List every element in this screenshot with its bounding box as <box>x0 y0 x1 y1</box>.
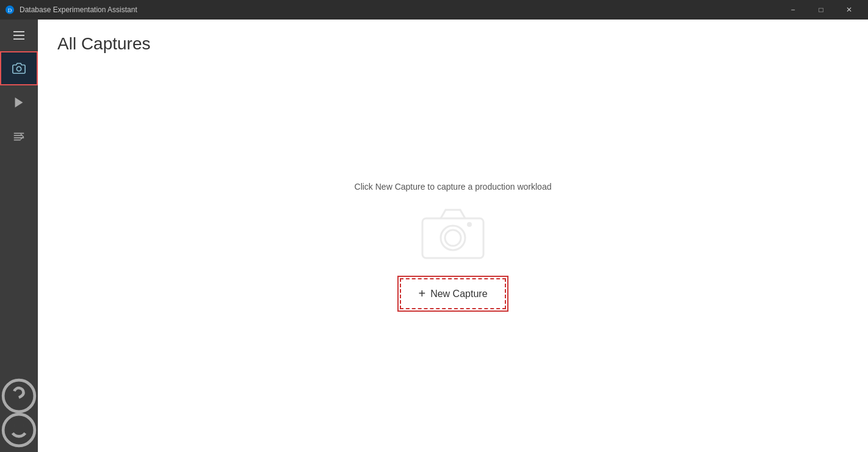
sidebar-item-help[interactable] <box>0 379 38 413</box>
content-body: Click New Capture to capture a productio… <box>57 54 848 437</box>
play-icon <box>12 96 26 109</box>
svg-point-8 <box>3 380 35 412</box>
titlebar-controls: − □ ✕ <box>779 0 863 20</box>
app-title: Database Experimentation Assistant <box>20 5 137 14</box>
page-title: All Captures <box>57 34 848 54</box>
minimize-button[interactable]: − <box>779 0 807 20</box>
svg-rect-13 <box>422 218 483 258</box>
svg-marker-3 <box>15 98 23 108</box>
feedback-icon <box>0 411 38 449</box>
svg-point-15 <box>445 230 461 246</box>
empty-state-camera-icon <box>419 206 486 264</box>
sidebar-nav <box>0 51 38 379</box>
main-layout: All Captures Click New Capture to captur… <box>0 20 868 452</box>
svg-point-10 <box>3 414 35 446</box>
sidebar-item-analysis[interactable] <box>0 120 38 154</box>
hamburger-icon <box>13 31 24 40</box>
plus-icon: + <box>418 287 425 301</box>
analysis-icon <box>12 130 26 143</box>
sidebar-item-captures[interactable] <box>0 51 38 85</box>
sidebar-menu-button[interactable] <box>0 20 38 51</box>
sidebar-item-replay[interactable] <box>0 85 38 120</box>
sidebar-bottom <box>0 379 38 452</box>
camera-icon <box>12 62 26 75</box>
close-button[interactable]: ✕ <box>835 0 863 20</box>
help-icon <box>0 377 38 415</box>
svg-point-2 <box>16 66 21 71</box>
svg-text:D: D <box>8 7 12 13</box>
svg-point-16 <box>467 222 472 227</box>
new-capture-label: New Capture <box>430 289 487 300</box>
empty-state-text: Click New Capture to capture a productio… <box>355 182 552 192</box>
maximize-button[interactable]: □ <box>807 0 835 20</box>
app-icon: D <box>5 5 15 15</box>
titlebar: D Database Experimentation Assistant − □… <box>0 0 868 20</box>
new-capture-button[interactable]: + New Capture <box>400 278 505 309</box>
titlebar-left: D Database Experimentation Assistant <box>5 5 137 15</box>
content-area: All Captures Click New Capture to captur… <box>38 20 868 452</box>
sidebar <box>0 20 38 452</box>
sidebar-item-feedback[interactable] <box>0 413 38 447</box>
